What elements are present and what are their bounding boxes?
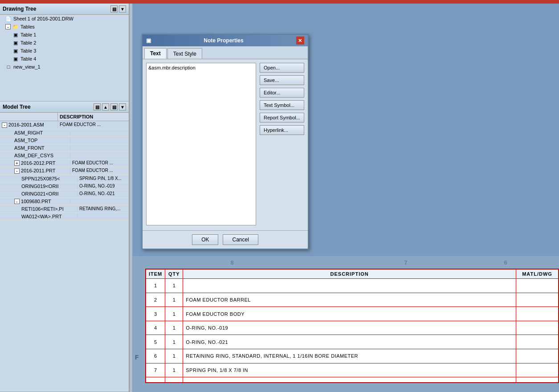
bom-desc-6: RETAINING RING, STANDARD, INTERNAL, 1 1/… — [183, 349, 516, 363]
tab-text[interactable]: Text — [144, 48, 167, 59]
bom-row-6: 6 1 RETAINING RING, STANDARD, INTERNAL, … — [146, 349, 559, 363]
tab-text-style[interactable]: Text Style — [167, 48, 202, 59]
bom-row-4: 4 1 O-RING, NO.-019 — [146, 321, 559, 335]
drawing-tree-sheet[interactable]: 📄 Sheet 1 of 2016-2001.DRW — [0, 15, 129, 23]
model-row-asmfront[interactable]: ASM_FRONT — [0, 144, 129, 152]
dialog-body: &asm.mbr.description Open... Save... Edi… — [143, 59, 308, 230]
bom-item-4: 4 — [146, 321, 165, 335]
model-name-oring019: ORING019<ORII — [20, 183, 78, 190]
col-header-desc: DESCRIPTION — [183, 270, 516, 279]
bom-qty-3: 1 — [165, 307, 183, 321]
bom-qty-1: 1 — [165, 279, 183, 293]
model-row-2016-2011[interactable]: - 2016-2011.PRT FOAM EDUCTOR ... — [0, 167, 129, 175]
model-row-oring019[interactable]: ORING019<ORII O-RING, NO.-019 — [0, 183, 129, 190]
cancel-button[interactable]: Cancel — [223, 234, 258, 245]
drawing-tree-icon1[interactable]: ▤ — [110, 5, 118, 12]
model-name-asmdef: ASM_DEF_CSYS — [12, 152, 70, 159]
model-tree-header: Model Tree ▤ ▲ ▤ ▼ — [0, 102, 129, 113]
table4-icon: ▣ — [12, 56, 19, 62]
model-row-sppn[interactable]: SPPN125X0875< SPRING PIN, 1/8 X... — [0, 175, 129, 183]
row-label-f: F — [135, 354, 139, 361]
bom-item-3: 3 — [146, 307, 165, 321]
drawing-tree-header: Drawing Tree ▤ ▼ — [0, 4, 129, 15]
collapse-tables-icon[interactable]: - — [5, 24, 11, 29]
model-name-asmtop: ASM_TOP — [12, 137, 70, 144]
model-row-2016-2012[interactable]: + 2016-2012.PRT FOAM EDUCTOR ... — [0, 159, 129, 167]
dialog-tabs: Text Text Style — [143, 46, 308, 59]
model-row-1009680[interactable]: - 1009680.PRT — [0, 198, 129, 206]
model-row-reti[interactable]: RETI106<RETI>.PI RETAINING RING,... — [0, 205, 129, 213]
model-desc-oring019: O-RING, NO.-019 — [78, 183, 129, 190]
ok-button[interactable]: OK — [192, 234, 218, 245]
text-symbol-button[interactable]: Text Symbol... — [260, 100, 304, 110]
sidebar: Drawing Tree ▤ ▼ 📄 Sheet 1 of 2016-2001.… — [0, 4, 129, 392]
drawing-tree-tables[interactable]: - 📁 Tables — [0, 23, 129, 31]
content-area: ▣ Note Properties ✕ Text Text Style &asm… — [133, 4, 559, 392]
drawing-tree-table2[interactable]: ▣ Table 2 — [0, 39, 129, 47]
model-tree-icon1[interactable]: ▤ — [94, 103, 101, 110]
bom-matl-2 — [516, 293, 559, 307]
sheet-icon: 📄 — [5, 16, 12, 22]
bom-area: 8 7 6 F ITEM QTY DESCRIPTION MATL/DWG — [133, 256, 559, 392]
view-icon: □ — [5, 64, 12, 70]
dialog-titlebar: ▣ Note Properties ✕ — [143, 35, 308, 46]
collapse-asm-icon[interactable]: - — [2, 122, 7, 128]
bom-table: ITEM QTY DESCRIPTION MATL/DWG 1 1 — [146, 269, 559, 383]
bom-desc-2: FOAM EDUCTOR BARREL — [183, 293, 516, 307]
model-name-wa012: WA012<WA>.PRT — [20, 213, 78, 220]
hyperlink-button[interactable]: Hyperlink... — [260, 125, 304, 135]
model-row-asmright[interactable]: ASM_RIGHT — [0, 129, 129, 137]
drawing-tree-table3[interactable]: ▣ Table 3 — [0, 47, 129, 55]
drawing-tree-view[interactable]: □ new_view_1 — [0, 63, 129, 71]
save-button[interactable]: Save... — [260, 75, 304, 85]
collapse-2016-2012-icon[interactable]: + — [14, 160, 20, 166]
bom-row-7: 7 1 SPRING PIN, 1/8 X 7/8 IN — [146, 363, 559, 377]
bom-matl-4 — [516, 321, 559, 335]
col-header-matl: MATL/DWG — [516, 270, 559, 279]
open-button[interactable]: Open... — [260, 63, 304, 73]
bom-row-5: 5 1 O-RING, NO.-021 — [146, 335, 559, 349]
collapse-1009680-icon[interactable]: - — [14, 199, 20, 204]
model-row-asm[interactable]: - 2016-2001.ASM FOAM EDUCTOR ... — [0, 121, 129, 129]
model-name-oring021: ORING021<ORII — [20, 190, 78, 197]
bom-desc-5: O-RING, NO.-021 — [183, 335, 516, 349]
note-textarea[interactable]: &asm.mbr.description — [146, 63, 256, 225]
bom-matl-5 — [516, 335, 559, 349]
collapse-2016-2011-icon[interactable]: - — [14, 168, 20, 174]
model-row-asmdef[interactable]: ASM_DEF_CSYS — [0, 152, 129, 159]
bom-desc-3: FOAM EDUCTOR BODY — [183, 307, 516, 321]
model-tree-icon3[interactable]: ▤ — [110, 103, 118, 110]
dialog-title-icon: ▣ — [146, 37, 151, 44]
model-name-2016-2012: + 2016-2012.PRT — [12, 159, 70, 167]
col-num-8: 8 — [145, 259, 319, 266]
model-name-1009680: - 1009680.PRT — [12, 198, 70, 205]
model-name-asmfront: ASM_FRONT — [12, 144, 70, 151]
bom-desc-7: SPRING PIN, 1/8 X 7/8 IN — [183, 363, 516, 377]
model-desc-1009680 — [70, 198, 129, 205]
model-row-oring021[interactable]: ORING021<ORII O-RING, NO.-021 — [0, 190, 129, 198]
drawing-tree-table4[interactable]: ▣ Table 4 — [0, 55, 129, 63]
table1-icon: ▣ — [12, 32, 19, 38]
model-row-wa012[interactable]: WA012<WA>.PRT — [0, 213, 129, 220]
model-tree-icon2[interactable]: ▲ — [102, 103, 109, 110]
bom-qty-6: 1 — [165, 349, 183, 363]
model-desc-asmdef — [70, 152, 129, 159]
bom-item-2: 2 — [146, 293, 165, 307]
bom-qty-2: 1 — [165, 293, 183, 307]
bom-desc-4: O-RING, NO.-019 — [183, 321, 516, 335]
model-tree-icon4[interactable]: ▼ — [119, 103, 126, 110]
sidebar-resize-handle[interactable] — [129, 4, 133, 392]
drawing-tree-section: Drawing Tree ▤ ▼ 📄 Sheet 1 of 2016-2001.… — [0, 4, 129, 102]
model-name-2016-2011: - 2016-2011.PRT — [12, 167, 70, 175]
dialog-close-button[interactable]: ✕ — [296, 37, 304, 45]
model-row-asmtop[interactable]: ASM_TOP — [0, 137, 129, 144]
bom-qty-5: 1 — [165, 335, 183, 349]
model-desc-asmright — [70, 129, 129, 136]
bom-matl-empty — [516, 377, 559, 383]
bom-row-3: 3 1 FOAM EDUCTOR BODY — [146, 307, 559, 321]
bom-row-1: 1 1 — [146, 279, 559, 293]
editor-button[interactable]: Editor... — [260, 88, 304, 98]
drawing-tree-icon2[interactable]: ▼ — [119, 5, 126, 12]
drawing-tree-table1[interactable]: ▣ Table 1 — [0, 31, 129, 39]
report-symbol-button[interactable]: Report Symbol... — [260, 113, 304, 122]
